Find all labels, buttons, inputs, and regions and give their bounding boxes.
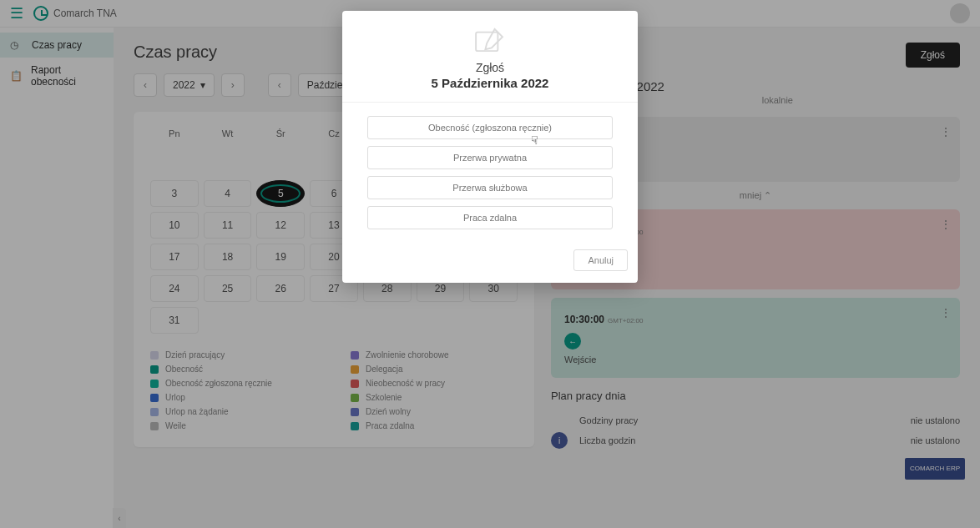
cancel-button[interactable]: Anuluj	[573, 249, 628, 271]
modal-overlay[interactable]: Zgłoś 5 Października 2022 Obecność (zgło…	[0, 0, 980, 528]
modal-title: Zgłoś	[359, 61, 621, 74]
modal-option-button[interactable]: Przerwa prywatna	[367, 146, 613, 169]
modal-option-button[interactable]: Przerwa służbowa	[367, 176, 613, 199]
modal: Zgłoś 5 Października 2022 Obecność (zgło…	[342, 11, 638, 283]
edit-icon	[474, 28, 506, 53]
modal-option-button[interactable]: Praca zdalna	[367, 206, 613, 229]
modal-date: 5 Października 2022	[359, 76, 621, 90]
modal-option-button[interactable]: Obecność (zgłoszona ręcznie)	[367, 116, 613, 139]
